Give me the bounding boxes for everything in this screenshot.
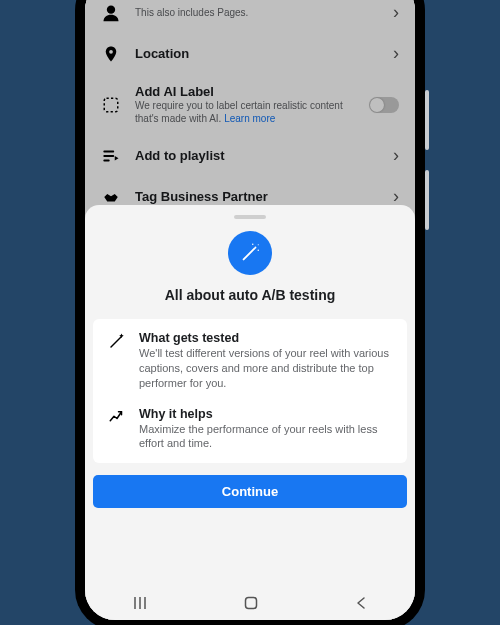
info-title: What gets tested [139,331,393,345]
row-title: Add AI Label [135,84,355,99]
row-sub: This also includes Pages. [135,6,379,19]
row-location[interactable]: Location › [101,33,399,74]
row-title: Location [135,46,379,61]
ai-label-icon [101,95,121,115]
ai-label-toggle[interactable] [369,97,399,113]
row-tagged-people[interactable]: This also includes Pages. › [101,0,399,33]
sheet-grabber[interactable] [234,215,266,219]
info-what-gets-tested: What gets tested We'll test different ve… [107,331,393,391]
row-add-to-playlist[interactable]: Add to playlist › [101,135,399,176]
recents-button[interactable] [133,596,147,610]
screen: This also includes Pages. › Location › [85,0,415,620]
people-icon [101,3,121,23]
info-sub: Maximize the performance of your reels w… [139,422,393,452]
chevron-right-icon: › [393,43,399,64]
info-title: Why it helps [139,407,393,421]
wand-icon [107,331,127,351]
location-icon [101,44,121,64]
playlist-add-icon [101,146,121,166]
chevron-right-icon: › [393,145,399,166]
home-button[interactable] [244,596,258,610]
magic-wand-icon [228,231,272,275]
back-button[interactable] [355,596,367,610]
handshake-icon [101,187,121,207]
android-nav-bar [85,586,415,620]
row-sub: We require you to label certain realisti… [135,99,355,125]
info-why-it-helps: Why it helps Maximize the performance of… [107,407,393,452]
svg-rect-10 [245,598,256,609]
chevron-right-icon: › [393,186,399,207]
side-button [425,90,429,150]
svg-point-6 [258,244,259,245]
row-ai-label[interactable]: Add AI Label We require you to label cer… [101,74,399,135]
svg-point-4 [252,244,253,245]
chevron-right-icon: › [393,2,399,23]
svg-point-1 [109,49,113,53]
svg-point-3 [255,247,257,249]
svg-point-0 [107,5,115,13]
continue-button[interactable]: Continue [93,475,407,508]
ab-testing-sheet: All about auto A/B testing What gets tes… [85,205,415,620]
phone-frame: This also includes Pages. › Location › [75,0,425,625]
trend-up-icon [107,407,127,427]
info-sub: We'll test different versions of your re… [139,346,393,391]
info-card: What gets tested We'll test different ve… [93,319,407,463]
sheet-title: All about auto A/B testing [85,287,415,303]
svg-rect-2 [104,98,118,112]
side-button [425,170,429,230]
svg-point-5 [258,250,259,251]
row-title: Tag Business Partner [135,189,379,204]
learn-more-link[interactable]: Learn more [224,113,275,124]
row-title: Add to playlist [135,148,379,163]
